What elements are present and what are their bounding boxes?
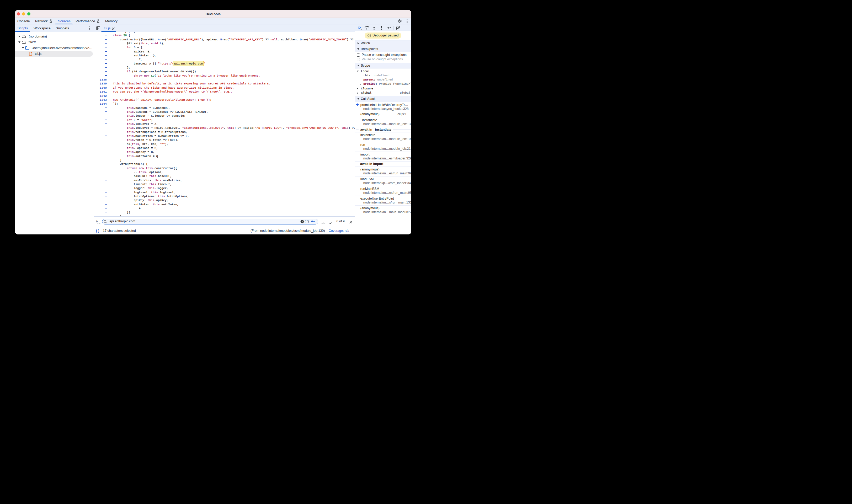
- svg-text:A: A: [96, 220, 97, 222]
- svg-text:B: B: [99, 222, 100, 224]
